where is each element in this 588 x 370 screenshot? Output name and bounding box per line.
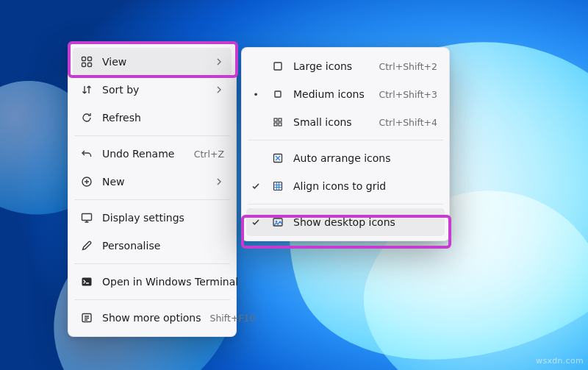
menu-separator: [74, 263, 230, 264]
desktop-context-menu: View Sort by Refresh Undo Rena: [68, 43, 237, 337]
menu-item-label: Show more options: [102, 312, 201, 324]
radio-indicator: •: [249, 89, 262, 100]
menu-item-label: Personalise: [102, 240, 224, 252]
menu-item-label: Open in Windows Terminal: [102, 276, 238, 288]
menu-item-label: View: [102, 56, 205, 68]
menu-item-label: Refresh: [102, 112, 224, 124]
svg-rect-5: [82, 214, 92, 221]
svg-rect-15: [274, 182, 282, 191]
menu-item-show-more-options[interactable]: Show more options Shift+F10: [73, 304, 232, 332]
menu-item-label: Medium icons: [293, 88, 370, 100]
menu-item-new[interactable]: New: [73, 168, 232, 196]
submenu-item-small-icons[interactable]: Small icons Ctrl+Shift+4: [246, 108, 445, 136]
menu-separator: [248, 140, 443, 140]
svg-point-17: [276, 221, 278, 223]
menu-item-shortcut: Ctrl+Z: [194, 149, 224, 160]
align-grid-icon: [271, 179, 284, 193]
chevron-right-icon: [214, 58, 224, 65]
personalise-icon: [80, 239, 93, 252]
new-icon: [80, 175, 93, 188]
small-icons-icon: [271, 115, 284, 129]
menu-item-view[interactable]: View: [73, 48, 232, 76]
view-icon: [80, 55, 93, 68]
check-indicator: [249, 182, 262, 191]
menu-item-shortcut: Ctrl+Shift+3: [379, 89, 437, 100]
menu-item-open-terminal[interactable]: Open in Windows Terminal: [73, 268, 232, 296]
medium-icons-icon: [271, 88, 284, 101]
menu-item-label: Auto arrange icons: [293, 152, 437, 164]
menu-item-label: Show desktop icons: [293, 216, 437, 228]
svg-rect-8: [274, 63, 282, 70]
menu-item-personalise[interactable]: Personalise: [73, 232, 232, 260]
submenu-item-align-grid[interactable]: Align icons to grid: [246, 172, 445, 200]
menu-item-shortcut: Shift+F10: [210, 313, 256, 324]
chevron-right-icon: [214, 178, 224, 185]
menu-item-label: Align icons to grid: [293, 180, 437, 192]
menu-item-label: New: [102, 176, 205, 188]
menu-separator: [248, 204, 443, 204]
svg-rect-3: [88, 63, 92, 67]
show-desktop-icons-icon: [271, 216, 284, 229]
chevron-right-icon: [214, 86, 224, 93]
menu-separator: [74, 135, 230, 136]
menu-separator: [74, 299, 230, 300]
svg-rect-9: [275, 91, 281, 97]
svg-rect-2: [82, 63, 86, 67]
svg-rect-6: [82, 278, 92, 286]
svg-rect-12: [274, 123, 277, 126]
refresh-icon: [80, 111, 93, 124]
menu-item-refresh[interactable]: Refresh: [73, 104, 232, 132]
menu-item-undo-rename[interactable]: Undo Rename Ctrl+Z: [73, 140, 232, 168]
menu-item-label: Sort by: [102, 84, 205, 96]
svg-rect-11: [279, 118, 282, 121]
submenu-item-medium-icons[interactable]: • Medium icons Ctrl+Shift+3: [246, 80, 445, 108]
menu-item-sort-by[interactable]: Sort by: [73, 76, 232, 104]
watermark-text: wsxdn.com: [536, 356, 584, 366]
more-options-icon: [80, 311, 93, 324]
menu-separator: [74, 199, 230, 200]
svg-rect-1: [88, 57, 92, 61]
submenu-item-auto-arrange[interactable]: Auto arrange icons: [246, 144, 445, 172]
display-settings-icon: [80, 211, 93, 224]
menu-item-shortcut: Ctrl+Shift+4: [379, 117, 437, 128]
undo-icon: [80, 147, 93, 160]
large-icons-icon: [271, 60, 284, 73]
menu-item-label: Display settings: [102, 212, 224, 224]
sort-icon: [80, 83, 93, 96]
menu-item-label: Undo Rename: [102, 148, 185, 160]
menu-item-label: Large icons: [293, 60, 370, 72]
menu-item-display-settings[interactable]: Display settings: [73, 204, 232, 232]
view-submenu: Large icons Ctrl+Shift+2 • Medium icons …: [241, 47, 450, 241]
auto-arrange-icon: [271, 152, 284, 165]
svg-rect-10: [274, 118, 277, 121]
check-indicator: [249, 218, 262, 227]
terminal-icon: [80, 275, 93, 288]
menu-item-shortcut: Ctrl+Shift+2: [379, 61, 437, 72]
menu-item-label: Small icons: [293, 116, 370, 128]
submenu-item-show-desktop-icons[interactable]: Show desktop icons: [246, 208, 445, 236]
submenu-item-large-icons[interactable]: Large icons Ctrl+Shift+2: [246, 52, 445, 80]
svg-rect-13: [279, 123, 282, 126]
svg-rect-0: [82, 57, 86, 61]
